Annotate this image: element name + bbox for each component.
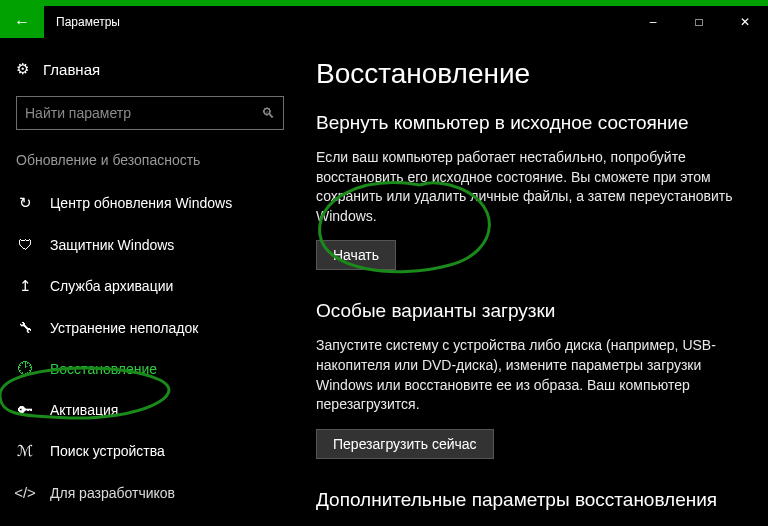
search-box[interactable]: 🔍︎ [16,96,284,130]
restart-now-button[interactable]: Перезагрузить сейчас [316,429,494,459]
minimize-button[interactable]: – [630,6,676,38]
sidebar-item-label: Восстановление [50,361,157,377]
clock-icon: 🕑︎ [16,360,34,377]
maximize-icon: □ [695,15,702,29]
sidebar-home[interactable]: ⚙ Главная [0,56,300,96]
search-input[interactable] [25,105,261,121]
upload-icon: ↥ [16,277,34,295]
code-icon: </> [16,484,34,501]
window-title: Параметры [44,6,132,38]
sidebar: ⚙ Главная 🔍︎ Обновление и безопасность ↻… [0,38,300,526]
button-label: Начать [333,247,379,263]
reset-start-button[interactable]: Начать [316,240,396,270]
sidebar-item-label: Для разработчиков [50,485,175,501]
main-panel: Восстановление Вернуть компьютер в исход… [300,38,768,526]
sidebar-item-activation[interactable]: 🔑︎ Активация [0,389,300,430]
gear-icon: ⚙ [16,60,29,78]
shield-icon: 🛡︎ [16,236,34,253]
section-more-recovery: Дополнительные параметры восстановления [316,489,736,511]
section-advanced-startup: Особые варианты загрузки Запустите систе… [316,300,736,458]
sidebar-item-recovery[interactable]: 🕑︎ Восстановление [0,348,300,389]
sidebar-item-developers[interactable]: </> Для разработчиков [0,472,300,513]
sync-icon: ↻ [16,194,34,212]
sidebar-item-defender[interactable]: 🛡︎ Защитник Windows [0,224,300,265]
back-button[interactable]: ← [0,6,44,38]
button-label: Перезагрузить сейчас [333,436,477,452]
section-advanced-body: Запустите систему с устройства либо диск… [316,336,736,414]
wrench-icon: 🔧︎ [16,319,34,336]
section-more-heading: Дополнительные параметры восстановления [316,489,736,511]
close-icon: ✕ [740,15,750,29]
section-reset-body: Если ваш компьютер работает нестабильно,… [316,148,736,226]
maximize-button[interactable]: □ [676,6,722,38]
search-icon: 🔍︎ [261,105,275,121]
sidebar-item-label: Центр обновления Windows [50,195,232,211]
sidebar-item-label: Защитник Windows [50,237,174,253]
sidebar-home-label: Главная [43,61,100,78]
key-icon: 🔑︎ [16,401,34,418]
sidebar-item-label: Активация [50,402,118,418]
minimize-icon: – [650,15,657,29]
section-reset: Вернуть компьютер в исходное состояние Е… [316,112,736,270]
sidebar-item-backup[interactable]: ↥ Служба архивации [0,265,300,307]
sidebar-category: Обновление и безопасность [0,152,300,168]
arrow-left-icon: ← [14,13,30,31]
location-icon: ℳ [16,442,34,460]
sidebar-item-find-device[interactable]: ℳ Поиск устройства [0,430,300,472]
sidebar-item-windows-update[interactable]: ↻ Центр обновления Windows [0,182,300,224]
section-advanced-heading: Особые варианты загрузки [316,300,736,322]
titlebar: ← Параметры – □ ✕ [0,6,768,38]
close-button[interactable]: ✕ [722,6,768,38]
sidebar-item-label: Служба архивации [50,278,173,294]
page-title: Восстановление [316,58,736,90]
section-reset-heading: Вернуть компьютер в исходное состояние [316,112,736,134]
sidebar-item-troubleshoot[interactable]: 🔧︎ Устранение неполадок [0,307,300,348]
sidebar-item-label: Устранение неполадок [50,320,198,336]
sidebar-item-label: Поиск устройства [50,443,165,459]
